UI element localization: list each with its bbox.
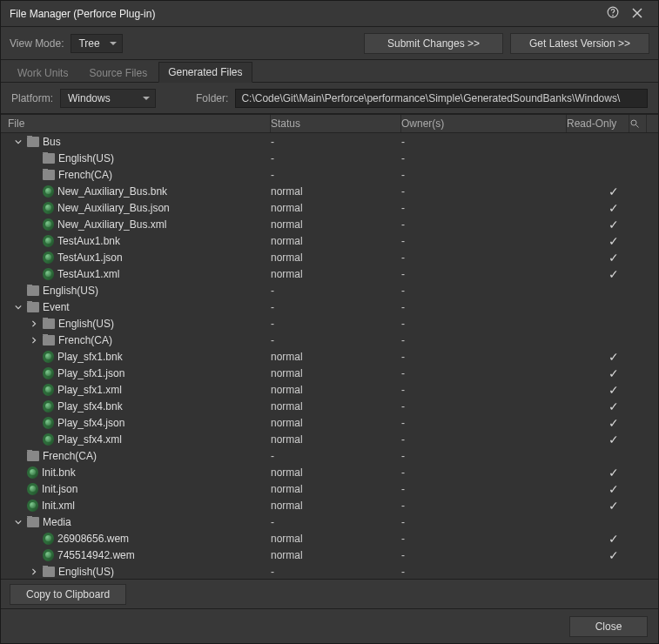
- item-owner: -: [401, 384, 567, 396]
- tree-row[interactable]: Init.bnknormal-✓: [1, 464, 658, 480]
- expander-spacer: [29, 352, 39, 362]
- tree-row[interactable]: TestAux1.xmlnormal-✓: [1, 265, 658, 282]
- tree-row[interactable]: New_Auxiliary_Bus.bnknormal-✓: [1, 183, 658, 199]
- header-readonly[interactable]: Read-Only: [567, 115, 629, 132]
- tree-row[interactable]: Init.jsonnormal-✓: [1, 480, 658, 497]
- tree-row[interactable]: French(CA)--: [1, 447, 658, 464]
- file-icon: [43, 268, 54, 280]
- tree-row[interactable]: Play_sfx4.xmlnormal-✓: [1, 431, 658, 447]
- item-name: New_Auxiliary_Bus.json: [57, 202, 170, 214]
- item-readonly: ✓: [567, 499, 629, 513]
- item-status: -: [271, 301, 401, 313]
- tree-row[interactable]: French(CA)--: [1, 166, 658, 183]
- footer-bar: Copy to Clipboard: [1, 579, 658, 608]
- tree-row[interactable]: New_Auxiliary_Bus.jsonnormal-✓: [1, 199, 658, 216]
- item-name: English(US): [43, 285, 98, 297]
- filter-bar: Platform: Windows Folder:: [1, 83, 658, 114]
- expander-spacer: [29, 550, 39, 560]
- tree-row[interactable]: Play_sfx1.bnknormal-✓: [1, 348, 658, 365]
- folder-icon: [27, 451, 39, 461]
- tree-row[interactable]: French(CA)--: [1, 332, 658, 348]
- item-status: normal: [271, 549, 401, 561]
- tab-generated-files[interactable]: Generated Files: [158, 62, 252, 83]
- platform-select[interactable]: Windows: [60, 89, 156, 108]
- close-icon[interactable]: [625, 7, 649, 21]
- expander-spacer: [13, 484, 24, 494]
- item-status: normal: [271, 268, 401, 280]
- item-owner: -: [401, 218, 567, 231]
- tree-row[interactable]: Bus--: [1, 133, 658, 150]
- file-icon: [43, 417, 54, 429]
- tree-row[interactable]: Play_sfx4.jsonnormal-✓: [1, 414, 658, 431]
- copy-to-clipboard-button[interactable]: Copy to Clipboard: [10, 584, 126, 605]
- chevron-down-icon[interactable]: [13, 517, 24, 527]
- tab-work-units[interactable]: Work Units: [8, 63, 77, 83]
- item-owner: -: [401, 268, 567, 280]
- header-status[interactable]: Status: [271, 115, 401, 132]
- header-file[interactable]: File: [1, 115, 271, 132]
- tree-row[interactable]: New_Auxiliary_Bus.xmlnormal-✓: [1, 216, 658, 232]
- check-icon: ✓: [609, 466, 619, 480]
- get-latest-version-button[interactable]: Get Latest Version >>: [510, 33, 649, 54]
- tree-row[interactable]: Play_sfx1.xmlnormal-✓: [1, 381, 658, 398]
- tree-row[interactable]: English(US)--: [1, 563, 658, 579]
- expander-spacer: [13, 467, 24, 478]
- check-icon: ✓: [609, 482, 619, 496]
- item-readonly: ✓: [567, 548, 629, 562]
- tree-row[interactable]: TestAux1.bnknormal-✓: [1, 232, 658, 249]
- tree-row[interactable]: Play_sfx4.bnknormal-✓: [1, 398, 658, 414]
- search-icon[interactable]: [629, 115, 647, 132]
- help-icon[interactable]: [601, 6, 625, 21]
- tree-row[interactable]: Play_sfx1.jsonnormal-✓: [1, 365, 658, 381]
- item-status: normal: [271, 384, 401, 396]
- item-name: Play_sfx4.bnk: [57, 400, 123, 413]
- tree-row[interactable]: Event--: [1, 299, 658, 315]
- item-status: normal: [271, 466, 401, 479]
- tree-row[interactable]: Media--: [1, 513, 658, 530]
- tree-row[interactable]: English(US)--: [1, 315, 658, 332]
- titlebar: File Manager (Perforce Plug-in): [1, 1, 658, 27]
- tree-row[interactable]: English(US)--: [1, 150, 658, 166]
- check-icon: ✓: [609, 184, 619, 198]
- chevron-down-icon[interactable]: [13, 302, 24, 312]
- expander-spacer: [29, 186, 39, 197]
- item-readonly: ✓: [567, 350, 629, 364]
- file-icon: [27, 466, 38, 479]
- file-icon: [43, 185, 54, 198]
- item-owner: -: [401, 533, 567, 545]
- tree-row[interactable]: Init.xmlnormal-✓: [1, 497, 658, 513]
- chevron-right-icon[interactable]: [29, 567, 39, 577]
- item-status: -: [271, 136, 401, 148]
- viewmode-select[interactable]: Tree: [71, 34, 123, 53]
- tab-source-files[interactable]: Source Files: [79, 63, 157, 83]
- item-owner: -: [401, 367, 567, 379]
- expander-spacer: [29, 269, 39, 279]
- close-button[interactable]: Close: [569, 616, 648, 637]
- item-owner: -: [401, 301, 567, 313]
- submit-changes-button[interactable]: Submit Changes >>: [364, 33, 503, 54]
- check-icon: ✓: [609, 251, 619, 265]
- platform-label: Platform:: [11, 92, 53, 104]
- chevron-right-icon[interactable]: [29, 319, 39, 329]
- tree-row[interactable]: 745514942.wemnormal-✓: [1, 547, 658, 563]
- folder-input[interactable]: [235, 89, 648, 108]
- check-icon: ✓: [609, 383, 619, 397]
- chevron-right-icon[interactable]: [29, 335, 39, 345]
- chevron-down-icon[interactable]: [13, 137, 24, 147]
- item-status: normal: [271, 400, 401, 413]
- file-icon: [43, 433, 54, 446]
- svg-point-4: [631, 120, 636, 125]
- file-tree[interactable]: Bus--English(US)--French(CA)--New_Auxili…: [1, 133, 658, 579]
- item-status: -: [271, 566, 401, 578]
- item-name: Init.xml: [42, 500, 75, 512]
- item-name: English(US): [58, 152, 114, 164]
- item-readonly: ✓: [567, 416, 629, 430]
- tree-row[interactable]: 26908656.wemnormal-✓: [1, 530, 658, 547]
- toolbar: View Mode: Tree Submit Changes >> Get La…: [1, 27, 658, 60]
- tree-row[interactable]: TestAux1.jsonnormal-✓: [1, 249, 658, 265]
- expander-spacer: [13, 285, 24, 296]
- check-icon: ✓: [609, 499, 619, 513]
- tree-row[interactable]: English(US)--: [1, 282, 658, 299]
- item-name: Play_sfx1.xml: [57, 384, 122, 396]
- header-owner[interactable]: Owner(s): [401, 115, 567, 132]
